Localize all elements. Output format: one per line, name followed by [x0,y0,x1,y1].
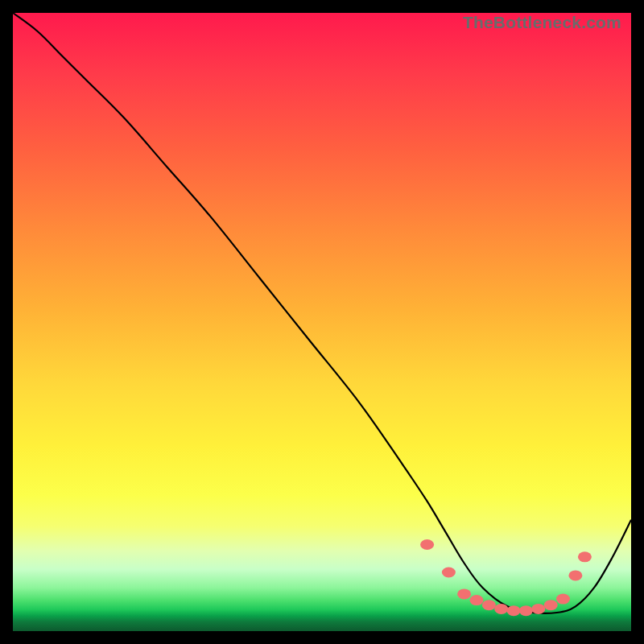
marker-group [420,539,592,616]
curve-marker [420,539,434,550]
curve-layer [13,13,631,631]
curve-marker [470,595,484,605]
bottleneck-curve [13,13,631,613]
curve-marker [556,594,570,605]
curve-marker [531,604,545,614]
curve-marker [442,568,456,578]
curve-marker [568,570,582,580]
curve-marker [519,605,533,616]
curve-marker [457,588,471,599]
curve-marker [544,600,558,610]
plot-area: TheBottleneck.com [13,13,631,631]
curve-marker [482,600,496,610]
chart-frame: TheBottleneck.com [0,0,644,644]
curve-marker [578,551,592,562]
curve-marker [507,605,521,616]
curve-marker [494,604,508,614]
